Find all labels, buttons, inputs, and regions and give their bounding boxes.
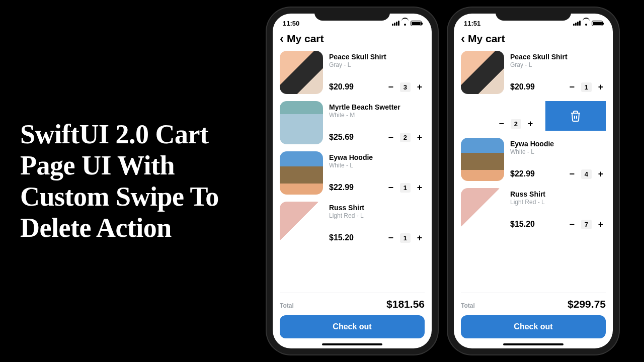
cart-item[interactable]: Peace Skull ShirtGray - L$20.99−1+ xyxy=(461,51,606,94)
quantity-value: 7 xyxy=(581,220,592,229)
promo-title: SwiftUI 2.0 Cart Page UI With Custom Swi… xyxy=(0,119,262,243)
product-price: $15.20 xyxy=(329,233,354,242)
quantity-value: 1 xyxy=(581,82,592,92)
total-label: Total xyxy=(280,302,294,309)
quantity-stepper: −1+ xyxy=(386,233,425,243)
cart-list: Peace Skull ShirtGray - L$20.99−3+Myrtle… xyxy=(273,51,432,293)
product-variant: Gray - L xyxy=(329,61,425,68)
battery-icon xyxy=(411,21,422,26)
phone-mockups: 11:50 ‹ My cart Peace Skull ShirtGray - … xyxy=(267,8,619,354)
notch xyxy=(496,8,571,21)
product-thumbnail xyxy=(461,51,504,94)
quantity-stepper: −1+ xyxy=(386,183,425,193)
plus-button[interactable]: + xyxy=(415,132,425,142)
total-value: $181.56 xyxy=(386,298,425,310)
wifi-icon xyxy=(401,21,409,26)
page-title: My cart xyxy=(468,33,505,45)
plus-button[interactable]: + xyxy=(415,233,425,243)
screen: 11:51 ‹ My cart Peace Skull ShirtGray - … xyxy=(454,14,613,348)
notch xyxy=(314,8,390,21)
product-name: Peace Skull Shirt xyxy=(510,53,606,61)
quantity-value: 1 xyxy=(400,183,411,193)
product-price: $25.69 xyxy=(329,133,354,142)
minus-button[interactable]: − xyxy=(497,119,507,129)
cart-item[interactable]: Russ ShirtLight Red - L$15.20−1+ xyxy=(280,202,425,245)
cart-item[interactable]: Russ ShirtLight Red - L$15.20−7+ xyxy=(461,188,606,231)
minus-button[interactable]: − xyxy=(386,183,396,193)
home-indicator[interactable] xyxy=(322,343,382,345)
product-thumbnail xyxy=(280,151,323,195)
back-button[interactable]: ‹ xyxy=(461,32,465,46)
plus-button[interactable]: + xyxy=(596,82,606,92)
product-thumbnail xyxy=(461,138,504,181)
product-variant: White - L xyxy=(329,162,425,169)
quantity-value: 1 xyxy=(400,233,411,243)
quantity-value: 2 xyxy=(400,133,411,142)
minus-button[interactable]: − xyxy=(386,233,396,243)
product-variant: - M xyxy=(454,112,535,119)
home-indicator[interactable] xyxy=(503,343,564,345)
quantity-stepper: −4+ xyxy=(567,169,606,179)
total-value: $299.75 xyxy=(568,298,606,310)
product-price: $20.99 xyxy=(329,82,354,92)
product-variant: Light Red - L xyxy=(510,199,606,206)
minus-button[interactable]: − xyxy=(567,219,577,229)
plus-button[interactable]: + xyxy=(415,82,425,92)
back-button[interactable]: ‹ xyxy=(280,32,284,46)
quantity-stepper: −1+ xyxy=(567,82,606,92)
plus-button[interactable]: + xyxy=(596,169,606,179)
phone-left: 11:50 ‹ My cart Peace Skull ShirtGray - … xyxy=(267,8,438,354)
status-time: 11:50 xyxy=(283,20,299,27)
quantity-stepper: −2+ xyxy=(497,119,535,129)
nav-header: ‹ My cart xyxy=(454,30,613,51)
wifi-icon xyxy=(583,21,590,26)
quantity-stepper: −3+ xyxy=(386,82,425,92)
quantity-stepper: −7+ xyxy=(567,219,606,229)
cart-list: Peace Skull ShirtGray - L$20.99−1+Beach … xyxy=(454,51,613,293)
cart-item[interactable]: Beach Swetter- M69−2+ xyxy=(461,101,606,131)
quantity-value: 3 xyxy=(400,82,411,92)
footer: Total $181.56 Check out xyxy=(273,293,432,348)
cart-item[interactable]: Eywa HoodieWhite - L$22.99−4+ xyxy=(461,138,606,181)
signal-icon xyxy=(573,21,581,26)
product-price: $20.99 xyxy=(510,82,535,92)
total-label: Total xyxy=(461,302,475,309)
product-price: $22.99 xyxy=(329,183,354,192)
checkout-button[interactable]: Check out xyxy=(461,315,606,338)
quantity-value: 2 xyxy=(511,119,521,129)
plus-button[interactable]: + xyxy=(525,119,535,129)
screen: 11:50 ‹ My cart Peace Skull ShirtGray - … xyxy=(273,14,432,348)
footer: Total $299.75 Check out xyxy=(454,293,613,348)
quantity-value: 4 xyxy=(581,169,592,179)
product-thumbnail xyxy=(280,51,323,94)
delete-button[interactable] xyxy=(545,101,606,131)
checkout-button[interactable]: Check out xyxy=(280,315,425,338)
minus-button[interactable]: − xyxy=(567,82,577,92)
quantity-stepper: −2+ xyxy=(386,132,425,142)
product-variant: White - L xyxy=(510,148,606,155)
product-price: $22.99 xyxy=(510,169,535,178)
page-title: My cart xyxy=(287,33,324,45)
product-name: Russ Shirt xyxy=(510,190,606,198)
product-name: Eywa Hoodie xyxy=(329,153,425,161)
signal-icon xyxy=(392,21,399,26)
plus-button[interactable]: + xyxy=(415,183,425,193)
minus-button[interactable]: − xyxy=(386,82,396,92)
product-thumbnail xyxy=(280,101,323,144)
cart-item[interactable]: Eywa HoodieWhite - L$22.99−1+ xyxy=(280,151,425,195)
product-variant: Gray - L xyxy=(510,61,606,68)
cart-item[interactable]: Peace Skull ShirtGray - L$20.99−3+ xyxy=(280,51,425,94)
status-time: 11:51 xyxy=(464,20,480,27)
nav-header: ‹ My cart xyxy=(273,30,432,51)
product-variant: Light Red - L xyxy=(329,212,425,219)
product-price: $15.20 xyxy=(510,220,535,229)
battery-icon xyxy=(592,21,603,26)
minus-button[interactable]: − xyxy=(567,169,577,179)
minus-button[interactable]: − xyxy=(386,132,396,142)
plus-button[interactable]: + xyxy=(596,219,606,229)
product-thumbnail xyxy=(280,202,323,245)
product-name: Peace Skull Shirt xyxy=(329,53,425,61)
phone-right: 11:51 ‹ My cart Peace Skull ShirtGray - … xyxy=(448,8,619,354)
cart-item[interactable]: Myrtle Beach SwetterWhite - M$25.69−2+ xyxy=(280,101,425,144)
product-name: Russ Shirt xyxy=(329,204,425,212)
